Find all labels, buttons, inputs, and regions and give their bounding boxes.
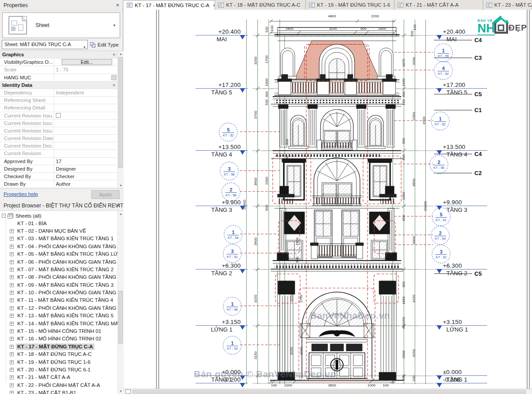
detail-callout-bubble[interactable]: 5 KT - 51	[432, 207, 451, 227]
tree-root[interactable]: - Sheets (all)	[0, 212, 117, 219]
level-marker[interactable]: +20.400 MAI	[196, 28, 248, 43]
detail-callout-bubble[interactable]: 1 KT - 54	[224, 225, 243, 245]
property-row[interactable]: Graphics «	[0, 51, 117, 59]
expand-icon[interactable]: +	[10, 229, 14, 233]
expand-icon[interactable]: +	[10, 391, 14, 394]
type-selector[interactable]: Sheet ▼	[2, 12, 120, 38]
property-row[interactable]: Checked By Checker	[0, 173, 117, 180]
sheet-tree-item[interactable]: + KT - 07 - MẶT BẰNG KIẾN TRÚC TẦNG 2	[0, 266, 117, 273]
property-row[interactable]: Current Revision Issu...	[0, 120, 117, 127]
property-value[interactable]: 1 : 75	[54, 66, 117, 73]
sheet-tree-item[interactable]: + KT - 13 - MẶT BẰNG KIẾN TRÚC TẦNG 5	[0, 312, 117, 320]
properties-scrollbar[interactable]: ▲ ▼	[117, 51, 123, 188]
view-tab[interactable]: KT - 19 - MẶT ĐỨNG TRỤC 1-6	[306, 0, 395, 10]
edit-button[interactable]: Edit...	[62, 59, 112, 65]
expand-icon[interactable]: +	[10, 291, 14, 295]
sheet-tree-item[interactable]: + KT - 03 - MẶT BẰNG KIẾN TRÚC TẦNG 1	[0, 235, 117, 242]
property-value[interactable]	[54, 104, 117, 111]
property-value[interactable]: Edit...	[54, 59, 117, 66]
property-value[interactable]: Checker	[54, 173, 117, 180]
detail-callout-bubble[interactable]: 1 KT - 52	[431, 112, 450, 131]
view-tab[interactable]: KT - 21 - MẶT CẮT A-A	[395, 0, 483, 10]
expand-icon[interactable]: +	[10, 298, 14, 302]
apply-button[interactable]: Apply	[91, 190, 120, 199]
property-row[interactable]: Current Revision Date	[0, 135, 117, 142]
property-row[interactable]: Designed By Designer	[0, 165, 117, 173]
detail-callout-bubble[interactable]: 3 KT - 51	[223, 244, 243, 264]
sheet-tree-item[interactable]: + KT - 08 - PHỐI CẢNH KHÔNG GIAN TẦNG	[0, 273, 117, 281]
grid-label[interactable]: C5	[434, 270, 482, 277]
expand-icon[interactable]: +	[10, 375, 14, 379]
sheet-tree-item[interactable]: + KT - 06 - PHỐI CẢNH KHÔNG GIAN TẦNG	[0, 258, 117, 265]
close-tab-icon[interactable]: ×	[213, 3, 215, 8]
property-row[interactable]: Current Revision Des...	[0, 142, 117, 150]
sheet-tree-item[interactable]: + KT - 01 - BÌA	[0, 219, 117, 227]
scroll-down-icon[interactable]: ▼	[118, 388, 124, 394]
sheet-tree-item[interactable]: + KT - 12 - PHỐI CẢNH KHÔNG GIAN TẦNG	[0, 304, 117, 312]
sheet-tree-item[interactable]: + KT - 17 - MẶT ĐỨNG TRỤC C-A	[0, 343, 117, 351]
collapse-chevron-icon[interactable]: «	[112, 53, 116, 56]
edit-type-button[interactable]: Edit Type	[90, 40, 119, 49]
expand-icon[interactable]: +	[10, 245, 14, 249]
close-icon[interactable]: ×	[116, 200, 120, 211]
property-row[interactable]: Current Revision	[0, 150, 117, 157]
expand-icon[interactable]: +	[10, 260, 14, 264]
checkbox[interactable]	[56, 113, 61, 118]
sheet-tree-item[interactable]: + KT - 22 - PHỐI CẢNH MẶT CẮT A-A	[0, 382, 117, 389]
property-value[interactable]	[54, 150, 117, 157]
drawing-canvas[interactable]: 4800 2200 1600 3200 600 1600 100 1000 36…	[124, 10, 532, 394]
sheet-tree-item[interactable]: + KT - 19 - MẶT ĐỨNG TRỤC 1-6	[0, 358, 117, 366]
sheet-tree-item[interactable]: + KT - 04 - PHỐI CẢNH KHÔNG GIAN TẦNG	[0, 243, 117, 250]
expand-icon[interactable]: +	[10, 275, 14, 279]
expand-icon[interactable]: +	[10, 383, 14, 387]
expand-icon[interactable]: +	[10, 237, 14, 241]
grid-label[interactable]: C4	[434, 36, 482, 43]
detail-callout-bubble[interactable]: 3 KT - 56	[220, 162, 239, 181]
collapse-chevron-icon[interactable]: «	[112, 84, 116, 86]
property-row[interactable]: Current Revision Issu...	[0, 127, 117, 135]
properties-help-link[interactable]: Properties help	[4, 191, 38, 197]
scroll-up-icon[interactable]: ▲	[118, 211, 124, 217]
detail-callout-bubble[interactable]: 3 KT - 52	[432, 245, 451, 264]
view-tab[interactable]: KT - 18 - MẶT ĐỨNG TRỤC A-C	[215, 0, 306, 10]
expand-icon[interactable]: +	[10, 268, 14, 272]
sheet-tree-item[interactable]: + KT - 23 - MẶT CẮT B1-B1	[0, 389, 117, 394]
property-value[interactable]	[54, 97, 117, 104]
level-marker[interactable]: +17.200 TẦNG 5	[196, 82, 248, 96]
detail-callout-bubble[interactable]: 2 KT - 54	[431, 226, 450, 246]
close-icon[interactable]: ×	[116, 0, 119, 11]
detail-callout-bubble[interactable]: 2 KT - 56	[222, 183, 241, 202]
horizontal-scrollbar[interactable]	[124, 389, 532, 394]
detail-callout-bubble[interactable]: 4 KT - 52	[434, 61, 454, 81]
property-row[interactable]: Visibility/Graphics O... Edit...	[0, 59, 117, 66]
property-value[interactable]	[54, 112, 117, 119]
sheet-tree-item[interactable]: + KT - 09 - MẶT BẰNG KIẾN TRÚC TẦNG 3	[0, 281, 117, 289]
expand-icon[interactable]: +	[10, 252, 14, 256]
view-tab[interactable]: KT - 17 - MẶT ĐỨNG TRỤC C-A ×	[124, 0, 215, 10]
sheet-tree-item[interactable]: + KT - 21 - MẶT CẮT A-A	[0, 374, 117, 381]
sheet-tree-item[interactable]: + KT - 02 - DANH MỤC BẢN VẼ	[0, 227, 117, 235]
sheet-tree-item[interactable]: + KT - 16 - MÔ HÌNH CÔNG TRÌNH 02	[0, 335, 117, 343]
browse-button[interactable]	[111, 75, 117, 80]
property-value[interactable]: Author	[54, 180, 117, 187]
sheet-tree-item[interactable]: + KT - 20 - MẶT ĐỨNG TRỤC 6-1	[0, 366, 117, 374]
property-row[interactable]: HẠNG MỤC	[0, 74, 117, 82]
sheet-tree-item[interactable]: + KT - 18 - MẶT ĐỨNG TRỤC A-C	[0, 351, 117, 358]
property-value[interactable]	[54, 120, 117, 127]
property-value[interactable]: 17	[54, 158, 117, 165]
level-marker[interactable]: -0.200	[435, 376, 487, 384]
scroll-down-icon[interactable]: ▼	[118, 183, 123, 188]
collapse-icon[interactable]: -	[2, 214, 6, 218]
scroll-thumb[interactable]	[118, 57, 123, 168]
detail-callout-bubble[interactable]: 1 KT - 55	[434, 43, 454, 63]
expand-icon[interactable]: +	[10, 329, 14, 333]
instance-combobox[interactable]: Sheet: MẶT ĐỨNG TRỤC C-A ▼	[2, 40, 88, 49]
property-value[interactable]	[54, 74, 117, 81]
level-marker[interactable]: +3.150 LỬNG 1	[196, 319, 248, 333]
grid-label[interactable]: C5	[434, 90, 482, 98]
chevron-down-icon[interactable]: ▼	[83, 43, 86, 49]
property-value[interactable]: Independent	[54, 89, 117, 96]
level-marker[interactable]: +13.500 TẦNG 4	[196, 144, 248, 158]
scroll-thumb[interactable]	[133, 390, 526, 394]
property-row[interactable]: Dependency Independent	[0, 89, 117, 97]
